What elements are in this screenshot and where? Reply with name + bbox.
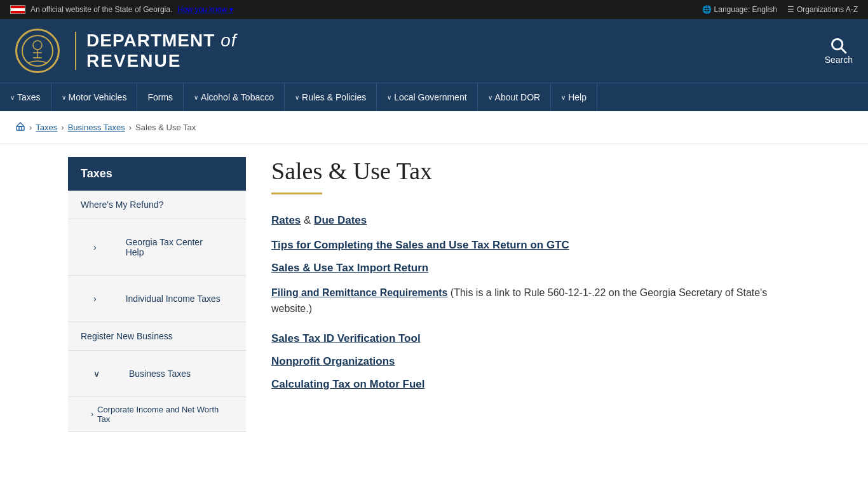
chevron-down-icon: ▾: [229, 5, 233, 14]
due-dates-link[interactable]: Due Dates: [314, 214, 367, 226]
chevron-right-icon: ›: [81, 285, 109, 313]
breadcrumb-separator: ›: [61, 123, 64, 132]
globe-icon: 🌐: [702, 5, 712, 14]
motor-fuel-link[interactable]: Calculating Tax on Motor Fuel: [271, 378, 800, 391]
nav-taxes[interactable]: ∨ Taxes: [0, 83, 51, 111]
nav-help[interactable]: ∨ Help: [551, 83, 597, 111]
organizations-link[interactable]: ☰ Organizations A-Z: [787, 5, 858, 14]
nav-about-dor[interactable]: ∨ About DOR: [478, 83, 552, 111]
language-selector[interactable]: 🌐 Language: English: [702, 5, 777, 14]
sidebar-item-individual-income-taxes[interactable]: › Individual Income Taxes: [68, 276, 246, 322]
chevron-icon: ∨: [62, 94, 66, 101]
sales-tax-id-link[interactable]: Sales Tax ID Verification Tool: [271, 332, 800, 345]
home-breadcrumb-link[interactable]: [15, 121, 25, 133]
chevron-icon: ∨: [387, 94, 391, 101]
breadcrumb-separator: ›: [29, 123, 32, 132]
svg-point-1: [33, 41, 42, 50]
tips-link[interactable]: Tips for Completing the Sales and Use Ta…: [271, 239, 800, 252]
site-header: DEPARTMENT of REVENUE Search: [0, 19, 868, 83]
how-you-know-link[interactable]: How you know ▾: [177, 5, 233, 14]
svg-line-6: [841, 48, 846, 53]
sidebar-item-register-new-business[interactable]: Register New Business: [68, 322, 246, 351]
top-bar-right: 🌐 Language: English ☰ Organizations A-Z: [702, 5, 858, 14]
svg-rect-7: [17, 126, 24, 130]
search-icon: [830, 37, 848, 55]
header-divider: [75, 32, 76, 70]
sidebar-sub-item-corporate-income[interactable]: › Corporate Income and Net Worth Tax: [68, 397, 246, 432]
svg-point-5: [832, 39, 842, 50]
import-return-link[interactable]: Sales & Use Tax Import Return: [271, 262, 800, 274]
page-title: Sales & Use Tax: [271, 157, 800, 185]
chevron-right-icon: ›: [91, 410, 93, 419]
sidebar: Taxes Where's My Refund? › Georgia Tax C…: [68, 157, 246, 432]
filing-requirements-link[interactable]: Filing and Remittance Requirements: [271, 287, 447, 298]
breadcrumb-taxes[interactable]: Taxes: [36, 123, 57, 132]
chevron-down-icon: ∨: [81, 360, 112, 388]
nav-forms[interactable]: Forms: [137, 83, 184, 111]
rates-due-dates-line: Rates & Due Dates: [271, 212, 800, 229]
official-notice: An official website of the State of Geor…: [10, 5, 233, 14]
content-wrapper: Taxes Where's My Refund? › Georgia Tax C…: [53, 144, 815, 445]
georgia-flag-icon: [10, 5, 25, 14]
chevron-icon: ∨: [194, 94, 198, 101]
connector-text: &: [304, 214, 314, 226]
sidebar-item-gtc-help[interactable]: › Georgia Tax Center Help: [68, 219, 246, 276]
home-icon: [15, 121, 25, 132]
chevron-right-icon: ›: [81, 233, 109, 261]
breadcrumb-business-taxes[interactable]: Business Taxes: [68, 123, 125, 132]
title-underline: [271, 193, 322, 194]
sidebar-item-wheres-my-refund[interactable]: Where's My Refund?: [68, 191, 246, 219]
chevron-icon: ∨: [295, 94, 299, 101]
breadcrumb-separator: ›: [129, 123, 132, 132]
chevron-icon: ∨: [488, 94, 492, 101]
seal-logo: [15, 29, 60, 73]
nav-local-government[interactable]: ∨ Local Government: [377, 83, 477, 111]
sidebar-item-business-taxes[interactable]: ∨ Business Taxes: [68, 351, 246, 397]
breadcrumb-current: Sales & Use Tax: [135, 123, 196, 132]
main-content: Sales & Use Tax Rates & Due Dates Tips f…: [271, 157, 800, 432]
search-button[interactable]: Search: [825, 37, 853, 65]
chevron-icon: ∨: [561, 94, 566, 101]
list-icon: ☰: [787, 5, 794, 14]
nav-alcohol-tobacco[interactable]: ∨ Alcohol & Tobacco: [184, 83, 285, 111]
main-navigation: ∨ Taxes ∨ Motor Vehicles Forms ∨ Alcohol…: [0, 83, 868, 111]
nav-rules-policies[interactable]: ∨ Rules & Policies: [285, 83, 377, 111]
nav-motor-vehicles[interactable]: ∨ Motor Vehicles: [51, 83, 138, 111]
nonprofit-link[interactable]: Nonprofit Organizations: [271, 355, 800, 368]
filing-requirements-block: Filing and Remittance Requirements (This…: [271, 285, 800, 317]
breadcrumb: › Taxes › Business Taxes › Sales & Use T…: [0, 111, 868, 144]
seal-icon: [20, 34, 55, 68]
official-text: An official website of the State of Geor…: [31, 5, 172, 14]
rates-link[interactable]: Rates: [271, 214, 301, 226]
department-name: DEPARTMENT of REVENUE: [86, 30, 237, 71]
top-bar: An official website of the State of Geor…: [0, 0, 868, 19]
chevron-icon: ∨: [10, 94, 15, 101]
logo-area: DEPARTMENT of REVENUE: [15, 29, 237, 73]
sidebar-title: Taxes: [68, 157, 246, 191]
